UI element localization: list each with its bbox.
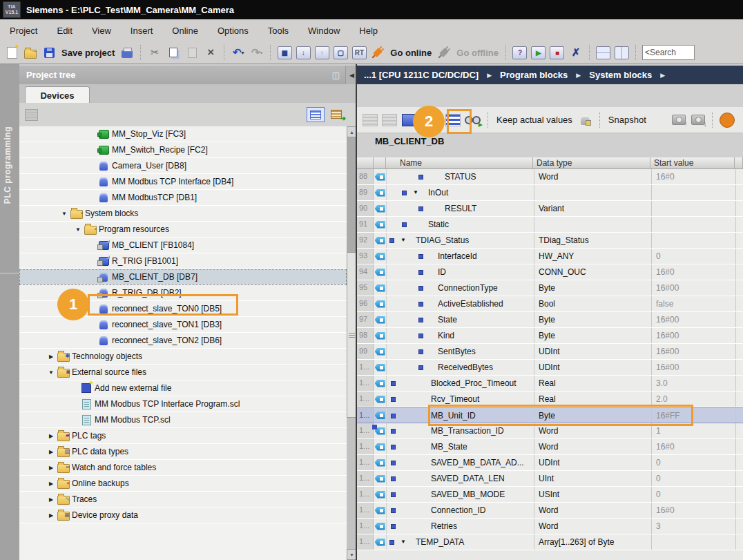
start-value-cell[interactable]: 2.0: [652, 392, 736, 407]
download-to-device-button[interactable]: ↓: [296, 44, 311, 61]
name-cell[interactable]: ReceivedBytes: [387, 360, 534, 375]
table-row-receivedbytes[interactable]: 1...ReceivedBytesUDInt16#00: [357, 360, 743, 376]
data-type-cell[interactable]: Byte: [534, 408, 652, 423]
table-row-kind[interactable]: 98KindByte16#00: [357, 328, 743, 344]
table-row-state[interactable]: 97StateByte16#00: [357, 312, 743, 328]
data-type-cell[interactable]: USInt: [534, 487, 652, 502]
start-value-cell[interactable]: [652, 201, 736, 216]
name-cell[interactable]: ▼TDIAG_Status: [387, 233, 534, 248]
name-cell[interactable]: SentBytes: [387, 344, 534, 359]
table-row-mb-unit-id[interactable]: 1...MB_Unit_IDByte16#FF: [357, 407, 743, 423]
tree-item-program-resources[interactable]: ▼▪Program resources: [19, 222, 347, 238]
name-cell[interactable]: MB_Transaction_ID: [387, 423, 534, 438]
snapshot-label[interactable]: Snapshot: [607, 115, 648, 125]
table-row-result[interactable]: 90RESULTVariant: [357, 201, 743, 217]
name-cell[interactable]: MB_State: [387, 439, 534, 454]
data-type-cell[interactable]: Array[1..263] of Byte: [534, 534, 652, 550]
runtime-button[interactable]: RT: [351, 44, 367, 61]
start-value-cell[interactable]: [652, 185, 736, 200]
add-row-button[interactable]: [382, 112, 397, 128]
menu-item-edit[interactable]: Edit: [47, 23, 81, 39]
data-type-cell[interactable]: [534, 185, 652, 200]
start-value-cell[interactable]: 16#0: [652, 264, 736, 280]
breadcrumb-item[interactable]: System blocks: [589, 70, 652, 80]
tree-item-camera-user-db8[interactable]: Camera_User [DB8]: [19, 158, 347, 174]
name-cell[interactable]: STATUS: [387, 169, 534, 184]
tree-item-online-backups[interactable]: ▶●Online backups: [19, 476, 347, 492]
tree-item-device-proxy-data[interactable]: ▶▦Device proxy data: [19, 508, 347, 523]
menu-item-tools[interactable]: Tools: [258, 23, 298, 39]
keep-actual-values-button[interactable]: [578, 112, 593, 128]
start-value-cell[interactable]: 16#00: [652, 344, 736, 359]
insert-row-button[interactable]: [363, 112, 378, 128]
redo-button[interactable]: ↷▾: [249, 44, 264, 61]
start-value-cell[interactable]: 0: [652, 487, 736, 502]
name-cell[interactable]: SAVED_DATA_LEN: [387, 471, 534, 486]
tree-item-mm-stop-viz-fc3[interactable]: MM_Stop_Viz [FC3]: [19, 126, 347, 142]
expand-members-button[interactable]: [445, 112, 461, 128]
data-type-cell[interactable]: Byte: [534, 312, 652, 327]
selection-fill-handle[interactable]: [372, 425, 377, 429]
data-type-cell[interactable]: CONN_OUC: [534, 264, 652, 280]
table-row-connectiontype[interactable]: 95ConnectionTypeByte16#00: [357, 280, 743, 296]
load-start-values-icon[interactable]: [720, 113, 735, 128]
table-row-inout[interactable]: 89▼InOut: [357, 185, 743, 201]
menu-item-help[interactable]: Help: [349, 23, 387, 39]
expander-open-icon[interactable]: ▼: [401, 539, 406, 545]
data-type-cell[interactable]: HW_ANY: [534, 249, 652, 264]
data-type-cell[interactable]: Real: [534, 376, 652, 391]
table-row-id[interactable]: 94IDCONN_OUC16#0: [357, 264, 743, 280]
start-value-cell[interactable]: 0: [652, 471, 736, 486]
table-row-mb-state[interactable]: 1...MB_StateWord16#0: [357, 439, 743, 455]
tree-item-technology-objects[interactable]: ▶✱Technology objects: [19, 349, 347, 365]
start-value-cell[interactable]: [652, 534, 736, 550]
data-type-cell[interactable]: UDInt: [534, 455, 652, 470]
expander-open-icon[interactable]: ▼: [73, 226, 84, 233]
menu-item-project[interactable]: Project: [0, 23, 47, 39]
undo-dropdown-icon[interactable]: ▾: [242, 50, 244, 56]
table-row-activeestablished[interactable]: 96ActiveEstablishedBoolfalse: [357, 296, 743, 312]
cross-references-button[interactable]: ✗: [568, 44, 583, 61]
delete-button[interactable]: ×: [203, 44, 218, 61]
start-value-cell[interactable]: 16#0: [652, 439, 736, 454]
panes-icon[interactable]: ◫: [332, 70, 340, 80]
rail-label[interactable]: PLC programming: [3, 126, 12, 204]
cut-button[interactable]: ✂: [147, 44, 162, 61]
split-vertical-button[interactable]: [615, 44, 630, 61]
expander-closed-icon[interactable]: ▶: [46, 449, 57, 455]
name-cell[interactable]: ▼TEMP_DATA: [387, 534, 534, 550]
table-row-mb-transaction-id[interactable]: 1...MB_Transaction_IDWord1: [357, 423, 743, 439]
open-project-button[interactable]: [23, 44, 38, 61]
data-type-cell[interactable]: Byte: [534, 280, 652, 296]
table-row-static[interactable]: 91Static: [357, 217, 743, 233]
expander-closed-icon[interactable]: ▶: [46, 496, 57, 503]
save-project-label[interactable]: Save project: [60, 48, 116, 58]
start-value-cell[interactable]: 16#00: [652, 328, 736, 343]
start-value-cell[interactable]: [652, 233, 736, 248]
name-cell[interactable]: RESULT: [387, 201, 534, 216]
name-cell[interactable]: ▼InOut: [387, 185, 534, 200]
start-value-cell[interactable]: 3: [652, 519, 736, 534]
tree-item-plc-data-types[interactable]: ▶▥PLC data types: [19, 444, 347, 460]
expander-closed-icon[interactable]: ▶: [46, 465, 57, 471]
name-cell[interactable]: Retries: [387, 519, 534, 534]
tree-item-watch-and-force-tables[interactable]: ▶∞Watch and force tables: [19, 460, 347, 476]
table-row-connection-id[interactable]: 1...Connection_IDWord16#0: [357, 503, 743, 519]
data-type-cell[interactable]: Word: [534, 519, 652, 534]
details-view-button[interactable]: [307, 107, 325, 122]
new-project-button[interactable]: [4, 44, 19, 61]
start-value-cell[interactable]: 16#00: [652, 280, 736, 296]
go-offline-button[interactable]: [436, 44, 452, 61]
expander-open-icon[interactable]: ▼: [59, 211, 70, 217]
breadcrumb-item[interactable]: ...1 [CPU 1211C DC/DC/DC]: [364, 70, 479, 80]
data-type-cell[interactable]: Word: [534, 423, 652, 438]
expander-open-icon[interactable]: ▼: [46, 369, 57, 376]
snapshot-upload-button[interactable]: [671, 112, 686, 128]
print-button[interactable]: [119, 44, 135, 61]
name-cell[interactable]: SAVED_MB_DATA_AD...: [387, 455, 534, 470]
expander-closed-icon[interactable]: ▶: [46, 512, 57, 519]
name-cell[interactable]: InterfaceId: [387, 249, 534, 264]
tree-diagram-icon[interactable]: [25, 109, 38, 121]
data-type-cell[interactable]: Bool: [534, 296, 652, 311]
start-value-cell[interactable]: 16#00: [652, 312, 736, 327]
